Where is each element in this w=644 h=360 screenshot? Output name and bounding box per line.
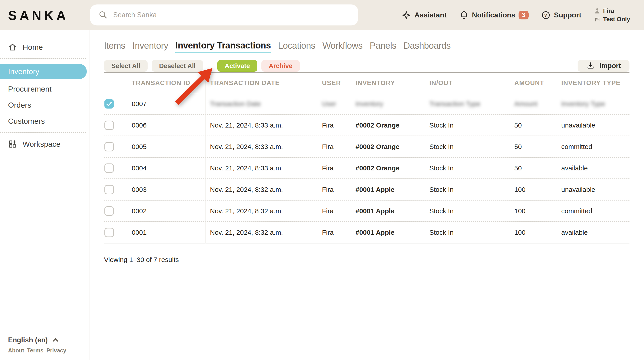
cell-amount: 100 [514,186,561,193]
sidebar-item-workspace[interactable]: Workspace [0,136,89,152]
tab-dashboards[interactable]: Dashboards [404,41,451,53]
column-divider [205,73,206,243]
cell-inventory: #0002 Orange [356,164,429,172]
legal-link-privacy[interactable]: Privacy [46,347,66,354]
cell-id: 0007 [130,100,205,108]
tab-locations[interactable]: Locations [278,41,315,53]
sidebar-item-customers[interactable]: Customers [0,113,89,129]
sidebar-divider [0,132,86,133]
user-name: Fira [603,7,614,14]
row-checkbox[interactable] [104,206,114,216]
row-checkbox-cell [104,142,130,151]
question-icon: ? [541,10,550,20]
table-row[interactable]: 0005Nov. 21, 2024, 8:33 a.m.Fira#0002 Or… [104,136,630,158]
main-content: ItemsInventoryInventory TransactionsLoca… [90,30,644,360]
tab-panels[interactable]: Panels [370,41,396,53]
activate-button[interactable]: Activate [217,60,258,72]
table-row[interactable]: 0007Transaction DateUserInventoryTransac… [104,93,630,115]
bell-icon [459,10,469,20]
cell-type: available [561,229,630,236]
cell-inout: Stock In [429,122,514,129]
cell-inout: Stock In [429,186,514,193]
notifications-badge: 3 [518,11,528,19]
column-header-amount: AMOUNT [514,79,561,87]
cell-date: Nov. 21, 2024, 8:32 a.m. [205,229,322,236]
results-count: Viewing 1–30 of 7 results [104,256,644,264]
search-input[interactable]: Search Sanka [90,4,358,25]
row-checkbox-cell [104,228,130,237]
row-checkbox[interactable] [104,121,114,130]
row-checkbox-cell [104,185,130,194]
row-checkbox[interactable] [104,164,114,173]
notifications-label: Notifications [472,11,516,19]
cell-inout: Stock In [429,207,514,215]
cell-inventory: #0001 Apple [356,229,429,236]
cell-id: 0004 [130,164,205,172]
grid-plus-icon [8,140,17,149]
table-row[interactable]: 0004Nov. 21, 2024, 8:33 a.m.Fira#0002 Or… [104,158,630,179]
support-button[interactable]: ? Support [541,10,582,20]
archive-button[interactable]: Archive [262,60,300,72]
import-label: Import [600,62,621,70]
cell-type: Inventory Type [561,100,630,108]
cell-amount: Amount [514,100,561,108]
row-checkbox[interactable] [104,99,114,109]
row-checkbox-cell [104,206,130,216]
cell-inventory: Inventory [356,100,429,108]
search-icon [98,10,108,20]
sidebar-item-orders[interactable]: Orders [0,97,89,113]
column-header-transaction-date: TRANSACTION DATE [205,79,322,87]
column-header-in-out: IN/OUT [429,79,514,87]
sidebar-item-inventory[interactable]: Inventory [0,64,87,79]
tab-inventory[interactable]: Inventory [132,41,168,53]
sidebar-item-procurement[interactable]: Procurement [0,81,89,97]
cell-inventory: #0001 Apple [356,207,429,215]
language-selector[interactable]: English (en) [8,336,86,344]
row-checkbox[interactable] [104,185,114,194]
table-row[interactable]: 0001Nov. 21, 2024, 8:32 a.m.Fira#0001 Ap… [104,222,630,243]
row-checkbox-cell [104,121,130,130]
cell-user: User [322,100,356,108]
cell-amount: 100 [514,229,561,236]
row-checkbox[interactable] [104,142,114,151]
sidebar-item-home[interactable]: Home [0,39,89,55]
cell-id: 0001 [130,229,205,236]
table-row[interactable]: 0006Nov. 21, 2024, 8:33 a.m.Fira#0002 Or… [104,115,630,136]
cell-inventory: #0001 Apple [356,186,429,193]
sidebar-item-label: Home [22,43,43,52]
table-row[interactable]: 0002Nov. 21, 2024, 8:32 a.m.Fira#0001 Ap… [104,200,630,222]
app-logo[interactable]: SANKA [8,7,69,22]
legal-link-terms[interactable]: Terms [27,347,44,354]
tab-workflows[interactable]: Workflows [322,41,362,53]
home-icon [8,43,17,52]
topbar: SANKA Search Sanka Assistant [0,0,644,30]
row-checkbox[interactable] [104,228,114,237]
legal-link-about[interactable]: About [8,347,24,354]
transactions-table: TRANSACTION IDTRANSACTION DATEUSERINVENT… [104,72,630,243]
user-menu[interactable]: Fira Test Only [594,7,630,23]
assistant-label: Assistant [414,11,446,19]
cell-amount: 50 [514,143,561,151]
tab-items[interactable]: Items [104,41,125,53]
row-checkbox-cell [104,164,130,173]
column-header-inventory-type: INVENTORY TYPE [561,79,630,87]
notifications-button[interactable]: Notifications 3 [459,10,529,20]
cell-user: Fira [322,229,356,236]
select-all-button[interactable]: Select All [104,60,148,72]
support-label: Support [554,11,582,19]
import-button[interactable]: Import [578,60,630,72]
sidebar-footer: English (en) AboutTermsPrivacy [0,330,86,360]
assistant-button[interactable]: Assistant [402,10,446,20]
row-checkbox-cell [104,99,130,109]
tab-inventory-transactions[interactable]: Inventory Transactions [175,40,271,53]
sidebar-nav: HomeInventoryProcurementOrdersCustomersW… [0,30,89,152]
column-header-inventory: INVENTORY [356,79,429,87]
table-row[interactable]: 0003Nov. 21, 2024, 8:32 a.m.Fira#0001 Ap… [104,179,630,200]
deselect-all-button[interactable]: Deselect All [152,60,203,72]
svg-text:?: ? [544,12,548,18]
sidebar-item-label: Inventory [8,67,39,76]
cell-date: Nov. 21, 2024, 8:32 a.m. [205,186,322,193]
cell-user: Fira [322,143,356,151]
sidebar-item-label: Procurement [8,85,52,93]
sidebar-item-label: Customers [8,117,45,126]
